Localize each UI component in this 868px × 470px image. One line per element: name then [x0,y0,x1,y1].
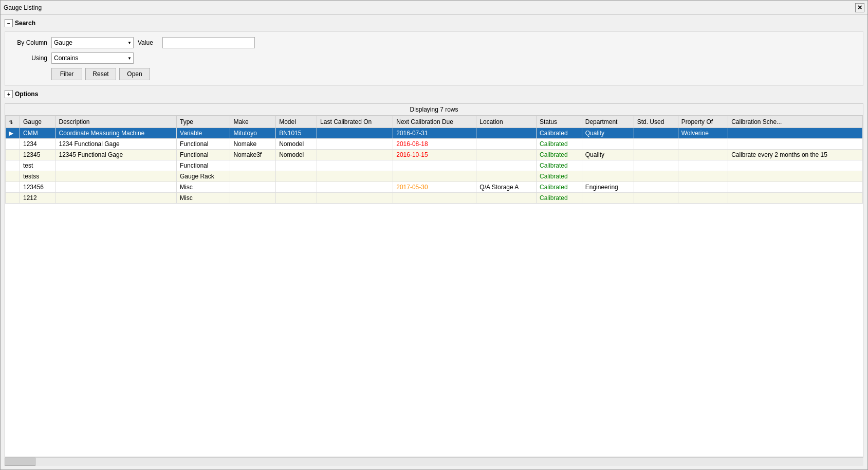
row-indicator [6,193,20,204]
col-indicator: ⇅ [6,116,20,128]
using-row: Using Contains Equals Starts With [11,52,857,64]
using-label: Using [11,55,47,62]
search-toggle[interactable]: − [5,19,13,27]
cell-department: Quality [582,128,634,139]
cell-std-used [634,193,678,204]
row-indicator [6,171,20,182]
col-std-used[interactable]: Std. Used [634,116,678,128]
cell-description [56,193,177,204]
table-row[interactable]: 1234512345 Functional GageFunctionalNoma… [6,150,863,160]
options-toggle[interactable]: + [5,90,13,98]
close-button[interactable]: ✕ [855,3,864,12]
table-row[interactable]: testssGauge RackCalibrated [6,171,863,182]
cell-next-calibration [393,193,476,204]
col-model[interactable]: Model [276,116,317,128]
cell-description: 1234 Functional Gage [56,139,177,150]
cell-gauge: 123456 [20,182,56,193]
value-input[interactable] [162,37,255,48]
table-row[interactable]: 123456Misc2017-05-30Q/A Storage ACalibra… [6,182,863,193]
cell-location [476,193,537,204]
filter-button[interactable]: Filter [51,68,82,80]
cell-std-used [634,182,678,193]
cell-gauge: 1234 [20,139,56,150]
cell-property-of [678,139,728,150]
horizontal-scrollbar[interactable] [5,457,863,465]
cell-gauge: CMM [20,128,56,139]
cell-std-used [634,171,678,182]
cell-status: Calibrated [537,193,582,204]
cell-department: Quality [582,150,634,160]
cell-std-used [634,128,678,139]
cell-model: Nomodel [276,150,317,160]
by-column-select[interactable]: Gauge Description Type Make Model Status [51,37,134,48]
cell-make: Nomake3f [230,150,276,160]
cell-last-calibrated [317,139,393,150]
action-buttons: Filter Reset Open [51,68,857,80]
cell-department [582,160,634,171]
using-select[interactable]: Contains Equals Starts With [51,52,134,64]
search-section-header[interactable]: − Search [5,19,863,27]
cell-model: Nomodel [276,139,317,150]
open-button[interactable]: Open [119,68,150,80]
cell-next-calibration: 2016-10-15 [393,150,476,160]
col-cal-schedule[interactable]: Calibration Sche... [728,116,863,128]
col-gauge[interactable]: Gauge [20,116,56,128]
col-type[interactable]: Type [177,116,230,128]
cell-last-calibrated [317,128,393,139]
cell-location [476,171,537,182]
table-row[interactable]: 12341234 Functional GageFunctionalNomake… [6,139,863,150]
cell-make [230,160,276,171]
cell-type: Variable [177,128,230,139]
reset-button[interactable]: Reset [85,68,116,80]
col-location[interactable]: Location [476,116,537,128]
table-container: Displaying 7 rows ⇅ Gauge Description Ty… [5,103,863,457]
row-indicator [6,160,20,171]
gauge-table: ⇅ Gauge Description Type Make Model Last… [5,116,863,204]
cell-last-calibrated [317,171,393,182]
cell-gauge: test [20,160,56,171]
cell-department [582,193,634,204]
col-last-calibrated[interactable]: Last Calibrated On [317,116,393,128]
table-row[interactable]: testFunctionalCalibrated [6,160,863,171]
cell-property-of [678,150,728,160]
cell-make [230,171,276,182]
cell-description: 12345 Functional Gage [56,150,177,160]
cell-cal-schedule: Calibrate every 2 months on the 15 [728,150,863,160]
col-description[interactable]: Description [56,116,177,128]
cell-location [476,128,537,139]
cell-department: Engineering [582,182,634,193]
main-window: Gauge Listing ✕ − Search By Column Gauge… [0,0,868,470]
col-department[interactable]: Department [582,116,634,128]
table-row[interactable]: 1212MiscCalibrated [6,193,863,204]
value-label: Value [138,39,158,46]
row-indicator [6,182,20,193]
cell-next-calibration: 2017-05-30 [393,182,476,193]
scrollbar-thumb[interactable] [5,458,35,466]
cell-type: Gauge Rack [177,171,230,182]
cell-model: BN1015 [276,128,317,139]
cell-status: Calibrated [537,139,582,150]
cell-std-used [634,160,678,171]
col-status[interactable]: Status [537,116,582,128]
cell-last-calibrated [317,193,393,204]
cell-status: Calibrated [537,128,582,139]
cell-model [276,171,317,182]
col-next-calibration[interactable]: Next Calibration Due [393,116,476,128]
cell-type: Functional [177,160,230,171]
cell-cal-schedule [728,193,863,204]
cell-status: Calibrated [537,150,582,160]
cell-property-of: Wolverine [678,128,728,139]
col-make[interactable]: Make [230,116,276,128]
scrollbar-track[interactable] [5,458,863,466]
cell-make [230,182,276,193]
cell-type: Functional [177,139,230,150]
cell-description: Coordinate Measuring Machine [56,128,177,139]
options-section-header[interactable]: + Options [5,90,863,98]
using-select-wrapper: Contains Equals Starts With [51,52,134,64]
cell-next-calibration: 2016-07-31 [393,128,476,139]
table-row[interactable]: ▶CMMCoordinate Measuring MachineVariable… [6,128,863,139]
col-property-of[interactable]: Property Of [678,116,728,128]
by-column-row: By Column Gauge Description Type Make Mo… [11,37,857,48]
by-column-select-wrapper: Gauge Description Type Make Model Status [51,37,134,48]
window-title: Gauge Listing [4,4,42,11]
